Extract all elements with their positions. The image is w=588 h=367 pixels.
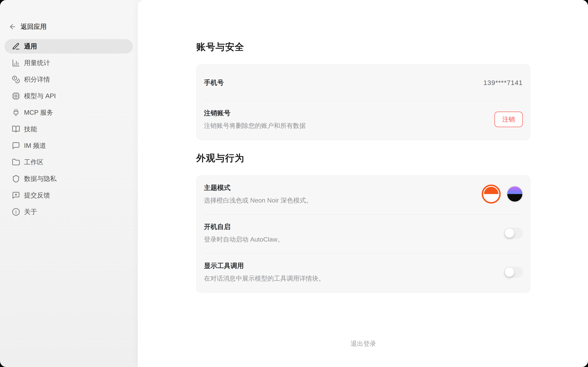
appearance-behavior-title: 外观与行为 <box>196 152 530 164</box>
sidebar-item-label: 关于 <box>24 208 37 216</box>
folder-icon <box>12 158 20 166</box>
info-icon <box>12 208 20 216</box>
book-open-icon <box>12 125 20 133</box>
phone-number-value: 139****7141 <box>483 79 523 87</box>
theme-light-swatch[interactable] <box>482 184 501 203</box>
settings-content: 账号与安全 手机号 139****7141 注销账号 注销账号将删除您的账户和所… <box>196 0 530 348</box>
shield-icon <box>12 175 20 183</box>
sidebar-item-mcp-service[interactable]: MCP 服务 <box>5 105 133 120</box>
theme-mode-texts: 主题模式 选择橙白浅色或 Neon Noir 深色模式。 <box>204 184 313 205</box>
sidebar-item-usage-stats[interactable]: 用量统计 <box>5 56 133 70</box>
sidebar-item-label: 工作区 <box>24 158 44 167</box>
arrow-left-icon <box>9 23 16 31</box>
account-security-card: 手机号 139****7141 注销账号 注销账号将删除您的账户和所有数据 注销 <box>196 64 530 140</box>
delete-account-row: 注销账号 注销账号将删除您的账户和所有数据 注销 <box>197 101 530 140</box>
sidebar-item-label: 模型与 API <box>24 92 56 100</box>
theme-mode-row: 主题模式 选择橙白浅色或 Neon Noir 深色模式。 <box>197 176 530 214</box>
settings-sidebar: 返回应用 通用 用量统计 积分详情 模型与 API MCP 服务 <box>0 0 138 367</box>
sidebar-item-im-channels[interactable]: IM 频道 <box>5 138 133 153</box>
sidebar-item-label: 提交反馈 <box>24 191 50 200</box>
sidebar-item-label: 用量统计 <box>24 58 50 67</box>
show-tool-calls-row: 显示工具调用 在对话消息中展示模型的工具调用详情块。 <box>197 254 530 292</box>
sidebar-item-feedback[interactable]: 提交反馈 <box>5 188 133 202</box>
delete-account-texts: 注销账号 注销账号将删除您的账户和所有数据 <box>204 109 306 130</box>
delete-account-button[interactable]: 注销 <box>494 112 523 127</box>
sidebar-item-models-api[interactable]: 模型与 API <box>5 89 133 103</box>
theme-options <box>482 184 523 203</box>
sidebar-item-label: 积分详情 <box>24 75 50 84</box>
settings-main-panel: 账号与安全 手机号 139****7141 注销账号 注销账号将删除您的账户和所… <box>138 0 588 367</box>
phone-number-label: 手机号 <box>204 78 224 87</box>
theme-mode-title: 主题模式 <box>204 184 313 192</box>
sidebar-item-credits[interactable]: 积分详情 <box>5 72 133 87</box>
autostart-texts: 开机自启 登录时自动启动 AutoClaw。 <box>204 223 284 243</box>
back-to-app-label: 返回应用 <box>21 22 47 31</box>
toggle-knob <box>505 267 514 277</box>
chat-bubble-icon <box>12 142 20 150</box>
sidebar-item-skills[interactable]: 技能 <box>5 122 133 136</box>
sidebar-item-workspace[interactable]: 工作区 <box>5 155 133 169</box>
sidebar-item-about[interactable]: 关于 <box>5 205 133 219</box>
delete-account-description: 注销账号将删除您的账户和所有数据 <box>204 122 306 130</box>
coins-icon <box>12 75 20 83</box>
autostart-description: 登录时自动启动 AutoClaw。 <box>204 235 284 243</box>
phone-number-row: 手机号 139****7141 <box>197 65 530 101</box>
sidebar-item-label: 数据与隐私 <box>24 174 56 183</box>
plug-icon <box>12 108 20 117</box>
theme-dark-swatch[interactable] <box>507 186 523 202</box>
sidebar-nav: 通用 用量统计 积分详情 模型与 API MCP 服务 技能 <box>5 39 133 221</box>
sidebar-item-data-privacy[interactable]: 数据与隐私 <box>5 172 133 186</box>
autostart-toggle[interactable] <box>504 228 523 238</box>
bar-chart-icon <box>12 59 20 67</box>
sidebar-item-label: 技能 <box>24 125 37 133</box>
theme-light-preview <box>484 187 499 201</box>
autostart-title: 开机自启 <box>204 223 284 231</box>
logout-button[interactable]: 退出登录 <box>196 339 530 348</box>
sidebar-item-general[interactable]: 通用 <box>5 39 133 54</box>
show-tool-calls-description: 在对话消息中展示模型的工具调用详情块。 <box>204 274 325 283</box>
pen-icon <box>12 42 20 50</box>
cpu-icon <box>12 92 20 100</box>
show-tool-calls-title: 显示工具调用 <box>204 262 325 270</box>
settings-window: 返回应用 通用 用量统计 积分详情 模型与 API MCP 服务 <box>0 0 588 367</box>
delete-account-title: 注销账号 <box>204 109 306 117</box>
sidebar-item-label: IM 频道 <box>24 141 46 150</box>
show-tool-calls-texts: 显示工具调用 在对话消息中展示模型的工具调用详情块。 <box>204 262 325 283</box>
appearance-behavior-card: 主题模式 选择橙白浅色或 Neon Noir 深色模式。 开机自启 登录时自动 <box>196 175 530 293</box>
feedback-plus-icon <box>12 191 20 200</box>
back-to-app-button[interactable]: 返回应用 <box>9 22 47 31</box>
sidebar-item-label: MCP 服务 <box>24 108 53 117</box>
account-security-title: 账号与安全 <box>196 41 530 52</box>
theme-mode-description: 选择橙白浅色或 Neon Noir 深色模式。 <box>204 196 313 205</box>
sidebar-item-label: 通用 <box>24 42 37 51</box>
show-tool-calls-toggle[interactable] <box>504 267 523 277</box>
autostart-row: 开机自启 登录时自动启动 AutoClaw。 <box>197 215 530 253</box>
toggle-knob <box>505 228 514 238</box>
